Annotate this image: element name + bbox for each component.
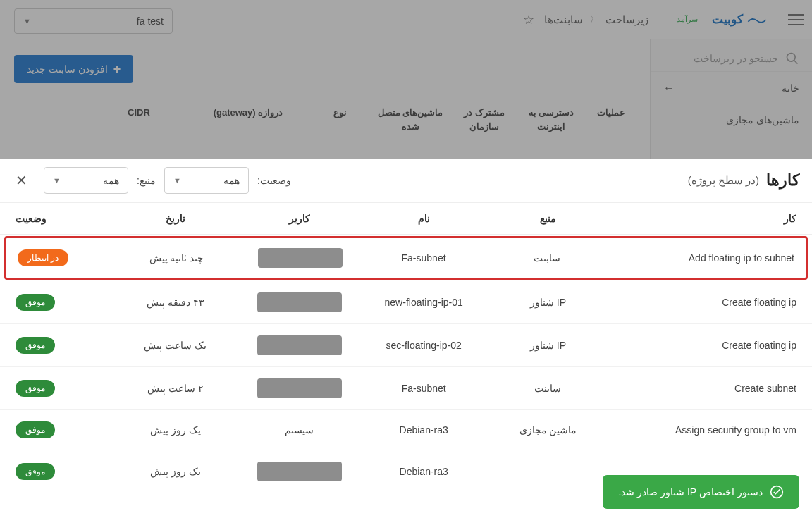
task-resource: new-floating-ip-01 [359, 297, 489, 308]
user-redacted [257, 462, 342, 481]
status-badge: موفق [16, 380, 55, 397]
task-user [240, 378, 359, 398]
tasks-scope: (در سطح پروژه) [688, 174, 759, 187]
sidebar-item-vms[interactable]: ماشین‌های مجازی [651, 104, 812, 135]
subnet-table-header: عملیات دسترسی به اینترنت مشترک در سازمان… [14, 106, 639, 133]
task-status: موفق [16, 337, 110, 354]
task-source: ماشین مجازی [489, 424, 608, 436]
task-row[interactable]: Create floating ipIP شناورnew-floating-i… [0, 281, 812, 324]
svg-line-1 [794, 61, 798, 64]
brand-text: کوبیت [712, 12, 743, 27]
task-name: Create floating ip [607, 340, 796, 351]
task-name: Create floating ip [607, 297, 796, 308]
task-status: موفق [16, 421, 110, 438]
task-date: یک روز پیش [110, 466, 240, 477]
task-resource: Debian-ra3 [359, 424, 489, 436]
task-name: Add floating ip to subnet [606, 252, 794, 264]
tasks-table-header: کار منبع نام کاربر تاریخ وضعیت [0, 203, 812, 235]
sidebar-search[interactable]: جستجو در زیرساخت [651, 46, 812, 71]
task-name: Assign security group to vm [607, 424, 796, 436]
tasks-panel: کارها (در سطح پروژه) وضعیت: همه ▼ منبع: … [0, 159, 812, 530]
search-placeholder: جستجو در زیرساخت [694, 53, 778, 64]
task-row[interactable]: Add floating ip to subnetسابنتFa-subnetچ… [4, 236, 808, 280]
logo[interactable]: کوبیت [712, 12, 767, 27]
task-name: Create subnet [607, 383, 796, 394]
status-filter-label: وضعیت: [257, 175, 291, 186]
project-name: fa test [137, 16, 164, 27]
task-date: ۴۳ دقیقه پیش [110, 297, 240, 308]
task-user [241, 248, 359, 268]
source-filter[interactable]: همه ▼ [44, 167, 128, 194]
tasks-table-body: Add floating ip to subnetسابنتFa-subnetچ… [0, 236, 812, 493]
task-status: موفق [16, 380, 110, 397]
task-status: موفق [16, 294, 110, 311]
task-date: چند ثانیه پیش [112, 252, 242, 264]
star-icon[interactable]: ☆ [523, 12, 534, 27]
app-header: کوبیت سرآمد زیرساخت 〈 سابنت‌ها ☆ fa test… [0, 0, 812, 39]
chevron-left-icon: 〈 [590, 13, 598, 25]
task-resource: sec-floating-ip-02 [359, 340, 489, 351]
crumb-leaf[interactable]: سابنت‌ها [544, 13, 583, 26]
user-redacted [257, 292, 342, 312]
task-status: موفق [16, 463, 110, 480]
task-date: ۲ ساعت پیش [110, 383, 240, 394]
add-subnet-button[interactable]: + افزودن سابنت جدید [14, 55, 133, 83]
status-badge: موفق [16, 337, 55, 354]
task-row[interactable]: Create subnetسابنتFa-subnet۲ ساعت پیشموف… [0, 367, 812, 410]
status-badge: در انتظار [18, 249, 68, 266]
source-filter-label: منبع: [137, 175, 156, 186]
task-date: یک روز پیش [110, 424, 240, 436]
svg-point-0 [787, 54, 796, 62]
task-status: در انتظار [18, 249, 112, 266]
task-resource: Debian-ra3 [359, 466, 489, 477]
tasks-toolbar: کارها (در سطح پروژه) وضعیت: همه ▼ منبع: … [0, 159, 812, 203]
task-source: IP شناور [489, 340, 608, 351]
side-brand: سرآمد [677, 15, 698, 24]
task-source: سابنت [489, 383, 608, 394]
user-redacted [257, 335, 342, 355]
task-user [240, 335, 359, 355]
task-user: سیستم [240, 424, 359, 436]
close-icon[interactable]: ✕ [13, 172, 30, 189]
task-source: سابنت [488, 252, 606, 264]
status-badge: موفق [16, 294, 55, 311]
crumb-root[interactable]: زیرساخت [605, 13, 648, 26]
caret-down-icon: ▼ [23, 17, 31, 25]
caret-down-icon: ▼ [173, 176, 181, 185]
menu-icon[interactable] [784, 10, 804, 30]
check-circle-icon [770, 485, 784, 499]
caret-down-icon: ▼ [53, 176, 61, 185]
task-resource: Fa-subnet [359, 252, 488, 264]
task-resource: Fa-subnet [359, 383, 489, 394]
task-source: IP شناور [489, 297, 608, 308]
task-user [240, 292, 359, 312]
task-row[interactable]: Assign security group to vmماشین مجازیDe… [0, 410, 812, 450]
arrow-left-icon: ← [663, 82, 675, 94]
status-badge: موفق [16, 421, 55, 438]
task-date: یک ساعت پیش [110, 340, 240, 351]
user-redacted [258, 248, 343, 268]
breadcrumb: زیرساخت 〈 سابنت‌ها ☆ [523, 12, 648, 27]
plus-icon: + [113, 62, 121, 77]
tasks-title: کارها [766, 171, 799, 190]
search-icon [785, 51, 799, 66]
status-badge: موفق [16, 463, 55, 480]
sidebar-item-home[interactable]: خانه ← [651, 71, 812, 104]
task-user [240, 462, 359, 481]
user-redacted [257, 378, 342, 398]
sidebar: جستجو در زیرساخت خانه ← ماشین‌های مجازی [650, 39, 812, 159]
status-filter[interactable]: همه ▼ [164, 167, 249, 194]
task-row[interactable]: Create floating ipIP شناورsec-floating-i… [0, 324, 812, 367]
project-selector[interactable]: fa test ▼ [14, 8, 173, 34]
success-toast: دستور اختصاص IP شناور صادر شد. [603, 475, 799, 509]
wave-icon [747, 16, 767, 24]
